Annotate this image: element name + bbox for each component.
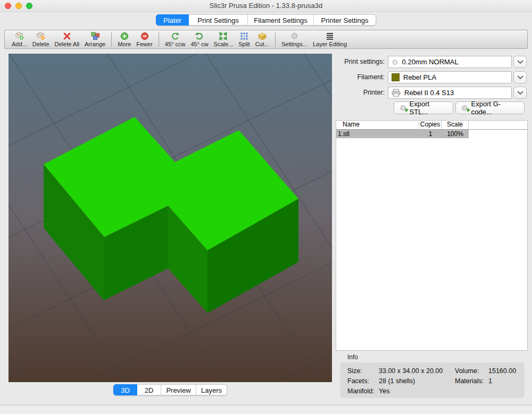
toolbar-add-button[interactable]: Add... — [12, 30, 27, 48]
filament-color-swatch — [392, 73, 400, 81]
toolbar: Add... Delete Delete All — [4, 30, 528, 49]
info-section-title: Info — [347, 353, 358, 361]
rotate-cw-icon — [195, 31, 204, 40]
toolbar-rotate-ccw-button[interactable]: 45° ccw — [165, 30, 186, 48]
gear-icon: ⚙ — [290, 31, 298, 40]
toolbar-delete-all-button[interactable]: Delete All — [55, 30, 79, 48]
view-switcher: 3D 2D Preview Layers — [9, 384, 332, 395]
toolbar-delete-button[interactable]: Delete — [32, 30, 49, 48]
volume-value: 15160.00 — [488, 367, 516, 375]
toolbar-layer-editing-label: Layer Editing — [313, 41, 347, 47]
tab-print-settings[interactable]: Print Settings — [189, 14, 248, 26]
scale-arrows-icon — [219, 31, 228, 40]
toolbar-split-button[interactable]: Split — [238, 30, 250, 48]
info-panel: Size: 33.00 x 34.00 x 20.00 Volume: 1516… — [340, 362, 525, 398]
row-scale: 100% — [442, 130, 469, 138]
export-gear-icon: ⚙ — [400, 104, 406, 112]
plus-circle-icon — [120, 31, 129, 40]
main-tabbar: Plater Print Settings Filament Settings … — [0, 14, 532, 26]
gear-icon: ⚙ — [392, 58, 398, 66]
export-stl-button[interactable]: ⚙ Export STL... — [394, 102, 453, 114]
view-preview-button[interactable]: Preview — [161, 384, 196, 395]
layers-icon — [326, 31, 334, 40]
toolbar-scale-button[interactable]: Scale... — [214, 30, 234, 48]
toolbar-fewer-label: Fewer — [136, 41, 153, 47]
export-gcode-button[interactable]: ⚙ Export G-code... — [455, 102, 525, 114]
materials-label: Materials: — [455, 377, 484, 385]
facets-value: 28 (1 shells) — [379, 377, 415, 385]
chevron-down-icon — [517, 75, 523, 80]
filament-value: Rebel PLA — [403, 73, 436, 81]
toolbar-cut-label: Cut... — [255, 41, 269, 47]
size-value: 33.00 x 34.00 x 20.00 — [379, 367, 443, 375]
chevron-down-icon — [517, 91, 523, 95]
toolbar-separator — [111, 32, 112, 47]
row-name: 1.stl — [336, 130, 419, 138]
zoom-button[interactable] — [26, 3, 32, 9]
toolbar-arrange-button[interactable]: Arrange — [85, 30, 105, 48]
traffic-lights — [5, 3, 32, 9]
column-header-filler — [469, 121, 527, 129]
print-settings-value: 0.20mm NORMAL — [402, 58, 459, 66]
toolbar-delete-all-label: Delete All — [55, 41, 79, 47]
toolbar-rotate-cw-button[interactable]: 45° cw — [190, 30, 208, 48]
view-layers-button[interactable]: Layers — [196, 384, 227, 395]
column-header-name: Name — [336, 121, 419, 129]
toolbar-separator — [159, 32, 159, 47]
toolbar-settings-label: Settings... — [281, 41, 307, 47]
box-remove-icon — [36, 31, 46, 40]
facets-label: Facets: — [347, 377, 369, 385]
object-table[interactable]: Name Copies Scale 1.stl 1 100% — [336, 120, 528, 351]
toolbar-split-label: Split — [238, 41, 250, 47]
filament-label: Filament: — [334, 71, 385, 83]
table-row[interactable]: 1.stl 1 100% — [336, 130, 469, 138]
toolbar-rotate-cw-label: 45° cw — [190, 41, 208, 47]
red-cross-icon — [63, 31, 71, 40]
volume-label: Volume: — [455, 367, 479, 375]
tab-plater[interactable]: Plater — [156, 14, 189, 26]
printer-dropdown-button[interactable] — [513, 87, 527, 99]
view-2d-button[interactable]: 2D — [137, 384, 161, 395]
tab-filament-settings[interactable]: Filament Settings — [248, 14, 314, 26]
export-gcode-label: Export G-code... — [471, 100, 519, 116]
rotate-ccw-icon — [171, 31, 179, 40]
box-add-icon — [14, 31, 24, 40]
close-button[interactable] — [5, 3, 11, 9]
size-label: Size: — [347, 367, 362, 375]
manifold-value: Yes — [379, 387, 389, 395]
toolbar-cut-button[interactable]: Cut... — [255, 30, 269, 48]
materials-value: 1 — [488, 377, 492, 385]
cubes-icon — [90, 31, 100, 40]
export-stl-label: Export STL... — [410, 100, 447, 116]
object-table-header: Name Copies Scale — [336, 121, 527, 130]
toolbar-more-button[interactable]: More — [118, 30, 131, 48]
viewport-3d[interactable] — [9, 54, 332, 382]
printer-value: Rebel II 0.4 S13 — [404, 89, 454, 97]
column-header-copies: Copies — [419, 121, 442, 129]
minus-circle-icon — [140, 31, 149, 40]
toolbar-add-label: Add... — [12, 41, 27, 47]
split-dots-icon — [240, 31, 248, 40]
printer-combo[interactable]: Rebel II 0.4 S13 — [388, 87, 512, 99]
printer-label: Printer: — [334, 87, 385, 99]
toolbar-settings-button[interactable]: ⚙ Settings... — [281, 30, 307, 48]
window-title: Slic3r Prusa Edition - 1.33.8-prusa3d — [0, 0, 532, 12]
export-gear-icon: ⚙ — [461, 104, 468, 112]
toolbar-separator — [275, 32, 276, 47]
print-settings-combo[interactable]: ⚙ 0.20mm NORMAL — [388, 56, 512, 68]
filament-combo[interactable]: Rebel PLA — [388, 71, 512, 83]
filament-dropdown-button[interactable] — [513, 71, 527, 83]
toolbar-layer-editing-button[interactable]: Layer Editing — [313, 30, 347, 48]
view-3d-button[interactable]: 3D — [113, 384, 137, 395]
toolbar-more-label: More — [118, 41, 131, 47]
toolbar-delete-label: Delete — [32, 41, 49, 47]
titlebar: Slic3r Prusa Edition - 1.33.8-prusa3d — [0, 0, 532, 12]
printer-icon — [392, 89, 401, 97]
minimize-button[interactable] — [15, 3, 22, 9]
chevron-down-icon — [517, 60, 523, 64]
manifold-label: Manifold: — [347, 387, 375, 395]
toolbar-fewer-button[interactable]: Fewer — [136, 30, 153, 48]
tab-printer-settings[interactable]: Printer Settings — [314, 14, 376, 26]
print-settings-dropdown-button[interactable] — [513, 56, 527, 68]
toolbar-scale-label: Scale... — [214, 41, 234, 47]
